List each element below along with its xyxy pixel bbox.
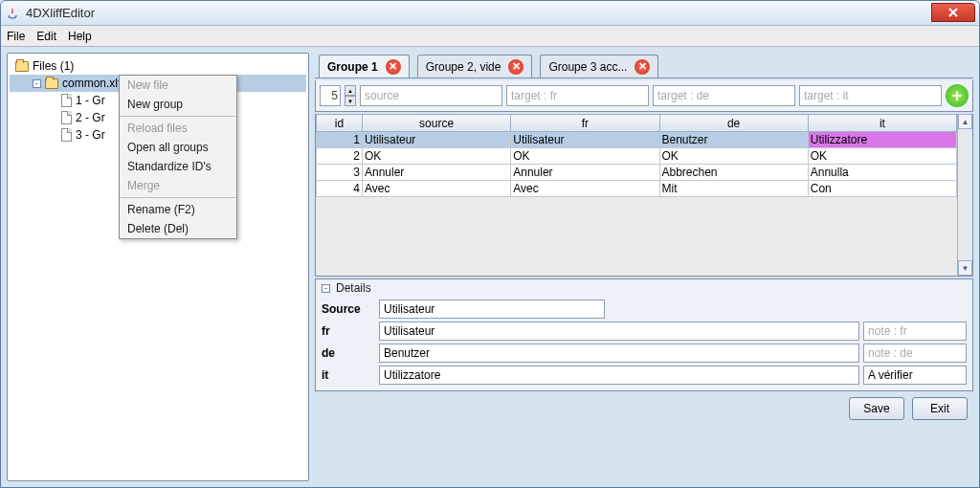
search-toolbar: 5 ▲▼ source target : fr target : de targ… bbox=[315, 80, 973, 112]
menu-edit[interactable]: Edit bbox=[36, 30, 56, 43]
ctx-delete[interactable]: Delete (Del) bbox=[120, 219, 236, 238]
col-it[interactable]: it bbox=[808, 115, 956, 132]
details-fr-label: fr bbox=[322, 324, 375, 338]
titlebar: 4DXliffEditor bbox=[1, 1, 979, 26]
main-panel: Groupe 1 ✕ Groupe 2, vide ✕ Groupe 3 acc… bbox=[315, 53, 973, 481]
close-tab-icon[interactable]: ✕ bbox=[508, 59, 523, 75]
document-icon bbox=[61, 128, 72, 142]
ctx-reload[interactable]: Reload files bbox=[120, 119, 236, 138]
details-de-value[interactable]: Benutzer bbox=[379, 344, 859, 363]
collapse-handle-icon[interactable]: - bbox=[322, 284, 330, 293]
context-menu: New file New group Reload files Open all… bbox=[119, 75, 237, 239]
table-row[interactable]: 4 Avec Avec Mit Con bbox=[317, 181, 957, 197]
tab-groupe-1[interactable]: Groupe 1 ✕ bbox=[319, 55, 410, 78]
ctx-sep bbox=[120, 197, 236, 198]
close-tab-icon[interactable]: ✕ bbox=[386, 59, 401, 75]
add-row-button[interactable]: + bbox=[946, 84, 969, 107]
details-it-label: it bbox=[322, 368, 375, 382]
tree-root-label: Files (1) bbox=[33, 59, 74, 73]
tab-label: Groupe 1 bbox=[327, 60, 378, 74]
java-icon bbox=[5, 6, 20, 21]
ctx-rename[interactable]: Rename (F2) bbox=[120, 200, 236, 219]
folder-icon bbox=[15, 61, 29, 72]
col-source[interactable]: source bbox=[363, 115, 511, 132]
tree-group-label: 3 - Gr bbox=[76, 128, 105, 142]
close-tab-icon[interactable]: ✕ bbox=[635, 59, 650, 75]
folder-icon bbox=[45, 78, 58, 89]
grid-header: id source fr de it bbox=[317, 115, 957, 132]
tab-label: Groupe 2, vide bbox=[426, 60, 501, 74]
tree-root[interactable]: Files (1) bbox=[10, 57, 306, 75]
details-fr-note[interactable]: note : fr bbox=[863, 322, 967, 341]
app-window: 4DXliffEditor File Edit Help Files (1) -… bbox=[0, 0, 980, 488]
exit-button[interactable]: Exit bbox=[912, 397, 968, 420]
footer-buttons: Save Exit bbox=[315, 393, 973, 422]
details-fr-value[interactable]: Utilisateur bbox=[379, 322, 859, 341]
scroll-down-icon[interactable]: ▼ bbox=[958, 260, 972, 276]
tab-strip: Groupe 1 ✕ Groupe 2, vide ✕ Groupe 3 acc… bbox=[315, 53, 973, 78]
table-row[interactable]: 2 OK OK OK OK bbox=[317, 148, 957, 165]
ctx-merge[interactable]: Merge bbox=[120, 176, 236, 195]
menu-file[interactable]: File bbox=[7, 30, 25, 43]
ctx-new-group[interactable]: New group bbox=[120, 95, 236, 114]
details-panel: - Details Source Utilisateur fr Utilisat… bbox=[315, 278, 973, 391]
tab-groupe-2[interactable]: Groupe 2, vide ✕ bbox=[417, 55, 533, 78]
window-close-button[interactable] bbox=[931, 3, 975, 22]
expand-handle-icon[interactable]: - bbox=[33, 79, 41, 88]
tab-label: Groupe 3 acc... bbox=[548, 60, 627, 74]
details-title: Details bbox=[336, 281, 371, 295]
details-header[interactable]: - Details bbox=[322, 281, 967, 295]
details-source-label: Source bbox=[322, 302, 375, 316]
content-area: Files (1) - common.xlf (3) 1 - Gr 2 - Gr… bbox=[1, 47, 979, 487]
grid-scrollbar[interactable]: ▲ ▼ bbox=[957, 114, 972, 276]
details-it-note[interactable]: A vérifier bbox=[863, 366, 967, 385]
search-it[interactable]: target : it bbox=[799, 85, 942, 106]
table-row[interactable]: 3 Annuler Annuler Abbrechen Annulla bbox=[317, 165, 957, 181]
tab-groupe-3[interactable]: Groupe 3 acc... ✕ bbox=[540, 55, 658, 78]
menu-help[interactable]: Help bbox=[68, 30, 92, 43]
ctx-open-all[interactable]: Open all groups bbox=[120, 138, 236, 157]
details-source-value[interactable]: Utilisateur bbox=[379, 299, 605, 319]
table-row[interactable]: 1 Utilisateur Utilisateur Benutzer Utili… bbox=[317, 132, 957, 148]
ctx-sep bbox=[120, 116, 236, 117]
search-de[interactable]: target : de bbox=[653, 85, 795, 106]
spinner-buttons[interactable]: ▲▼ bbox=[345, 85, 356, 106]
details-it-value[interactable]: Utilizzatore bbox=[379, 366, 859, 385]
scroll-up-icon[interactable]: ▲ bbox=[958, 114, 972, 129]
document-icon bbox=[61, 111, 72, 124]
col-fr[interactable]: fr bbox=[511, 115, 659, 132]
ctx-standardize[interactable]: Standardize ID's bbox=[120, 157, 236, 176]
translation-grid: id source fr de it 1 Utilisateur Utilisa… bbox=[315, 114, 973, 277]
window-title: 4DXliffEditor bbox=[26, 6, 95, 20]
col-de[interactable]: de bbox=[659, 115, 808, 132]
col-id[interactable]: id bbox=[317, 115, 363, 132]
tree-group-label: 2 - Gr bbox=[76, 111, 105, 124]
tree-panel: Files (1) - common.xlf (3) 1 - Gr 2 - Gr… bbox=[7, 53, 309, 481]
details-de-label: de bbox=[322, 346, 375, 360]
menubar: File Edit Help bbox=[1, 26, 979, 47]
details-de-note[interactable]: note : de bbox=[863, 344, 967, 363]
search-fr[interactable]: target : fr bbox=[506, 85, 649, 106]
save-button[interactable]: Save bbox=[849, 397, 904, 420]
tree-group-label: 1 - Gr bbox=[76, 94, 105, 107]
ctx-new-file[interactable]: New file bbox=[120, 76, 236, 95]
search-source[interactable]: source bbox=[360, 85, 502, 106]
document-icon bbox=[61, 94, 72, 107]
id-spinner[interactable]: 5 bbox=[320, 85, 341, 106]
